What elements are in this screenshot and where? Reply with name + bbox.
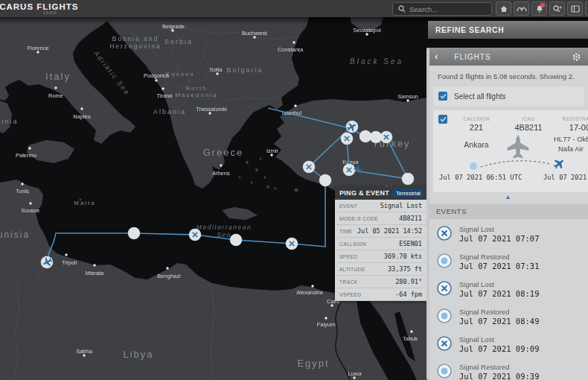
search-input[interactable] <box>408 4 485 14</box>
arrival-plane-icon <box>552 156 567 171</box>
tooltip-row: SPEED369.70 kts <box>335 250 426 263</box>
route-marker-x[interactable] <box>380 131 392 143</box>
map-city-label: Tripoli <box>62 259 77 266</box>
route-arc <box>463 156 575 173</box>
map-city-label: Tabuk <box>403 335 418 342</box>
tooltip-row-value: 369.70 kts <box>384 253 422 260</box>
search-plus-icon <box>552 4 562 13</box>
icao-label: ICAO <box>508 116 549 121</box>
map-city-label: Sabha <box>76 348 93 355</box>
tooltip-body: EVENTSignal LostMODE-S CODE4B8211TIMEJul… <box>335 200 426 301</box>
top-bar: ICARUS FLIGHTS CAADS <box>0 0 588 17</box>
layout-button[interactable] <box>567 1 583 16</box>
event-item[interactable]: Signal LostJul 07 2021 09:09 <box>428 329 588 357</box>
route-marker-x[interactable] <box>343 164 355 176</box>
search-box[interactable] <box>392 2 492 16</box>
event-title: Signal Lost <box>459 335 539 343</box>
map-country-label: Libya <box>123 349 153 360</box>
home-button[interactable] <box>496 1 511 16</box>
map-city-label: Podgorica <box>144 72 170 79</box>
route-marker-dot[interactable] <box>128 227 140 239</box>
advanced-search-button[interactable] <box>549 1 565 16</box>
wings-button[interactable] <box>514 1 529 16</box>
map-city-label: Benghazi <box>157 273 181 279</box>
tooltip-header: PING & EVENT Terrestrial <box>335 186 426 200</box>
event-item[interactable]: Signal RestoredJul 07 2021 09:39 <box>428 357 588 380</box>
event-time: Jul 07 2021 08:49 <box>459 317 539 326</box>
tooltip-row: TRACK280.91° <box>335 276 426 288</box>
tooltip-row: MODE-S CODE4B8211 <box>335 212 426 225</box>
event-item[interactable]: Signal LostJul 07 2021 07:07 <box>428 219 588 247</box>
tooltip-row-label: SPEED <box>339 254 358 259</box>
flight-card[interactable]: CALLSIGN 221 ICAO 4B8211 REGISTRATION 17… <box>433 110 588 192</box>
map-city-label: Faiyum <box>317 321 336 328</box>
notifications-button[interactable] <box>531 1 547 16</box>
map-country-label: Sardinia <box>0 118 19 125</box>
sidebar-scrollbar[interactable] <box>426 48 429 380</box>
collapse-arrow[interactable]: ▲ <box>428 192 588 203</box>
tooltip-row: CALLSIGNESEN01 <box>335 238 426 250</box>
map-country-label: Bosnia andHerzegovina <box>109 35 162 50</box>
departure-time: Jul 07 2021 06:51 UTC <box>439 174 522 181</box>
map-city-dot <box>410 330 412 332</box>
callsign-label: CALLSIGN <box>456 116 497 121</box>
signal-restored-icon <box>436 253 453 269</box>
event-item[interactable]: Signal LostJul 07 2021 08:19 <box>428 274 588 302</box>
map-city-label: Constanța <box>278 46 304 53</box>
event-item[interactable]: Signal RestoredJul 07 2021 07:31 <box>428 247 588 274</box>
map-city-dot <box>21 183 23 185</box>
event-time: Jul 07 2021 08:19 <box>459 289 539 298</box>
map-city-dot <box>166 267 168 269</box>
event-title: Signal Restored <box>459 363 539 371</box>
destination-line2: Nafa Air <box>558 145 584 153</box>
map-city-dot <box>162 87 164 89</box>
route-marker-dot[interactable] <box>319 174 331 186</box>
panels-icon <box>571 4 580 13</box>
flight-checkbox[interactable] <box>438 115 447 124</box>
tooltip-row-value: Signal Lost <box>380 202 422 209</box>
registration-label: REGISTRATION <box>560 116 588 121</box>
sea-label: Black Sea <box>350 57 403 66</box>
map-country-label: Serbia <box>164 38 193 45</box>
select-all-checkbox[interactable] <box>438 92 447 101</box>
back-chevron-icon[interactable]: ‹ <box>435 51 438 62</box>
map-city-dot <box>155 79 157 81</box>
map-city-label: Sevastopol <box>353 27 380 34</box>
origin-city: Ankara <box>454 140 499 149</box>
route-marker-dot[interactable] <box>230 234 242 246</box>
tooltip-source-badge: Terrestrial <box>392 189 424 197</box>
more-button[interactable] <box>585 1 588 16</box>
tooltip-row-value: ESEN01 <box>399 240 422 247</box>
event-time: Jul 07 2021 09:39 <box>459 372 539 380</box>
route-marker-x[interactable] <box>286 238 298 250</box>
tooltip-row-label: ALTITUDE <box>339 267 365 272</box>
route-marker-x[interactable] <box>189 229 201 241</box>
ping-event-tooltip: PING & EVENT Terrestrial EVENTSignal Los… <box>335 186 426 301</box>
settings-button[interactable] <box>572 52 581 62</box>
event-time: Jul 07 2021 07:31 <box>459 262 539 270</box>
route-marker-dot[interactable] <box>402 173 414 185</box>
gear-icon <box>572 52 581 62</box>
route-marker-x[interactable] <box>341 133 353 145</box>
results-summary: Found 2 flights in 5.08 seconds. Showing… <box>428 66 588 80</box>
select-all-row[interactable]: Select all flights <box>433 86 584 106</box>
tooltip-row-value: Jul 05 2021 14:52 <box>357 227 422 235</box>
map-city-label: Misrata <box>86 270 104 276</box>
flights-panel-header[interactable]: ‹ FLIGHTS <box>428 48 588 66</box>
tooltip-row-label: TIME <box>339 229 352 234</box>
refine-search-header[interactable]: REFINE SEARCH <box>428 21 588 39</box>
map-city-label: Alexandria <box>296 289 323 296</box>
map-city-dot <box>294 104 296 107</box>
map-country-label: Greece <box>203 147 244 158</box>
tooltip-row-value: 33,375 ft <box>388 265 422 273</box>
event-item[interactable]: Signal RestoredJul 07 2021 08:49 <box>428 302 588 329</box>
route-marker-x[interactable] <box>303 161 315 173</box>
event-title: Signal Restored <box>459 253 539 261</box>
signal-restored-icon <box>436 308 453 324</box>
tooltip-row-label: CALLSIGN <box>339 241 366 247</box>
map-city-dot <box>325 317 327 319</box>
map-city-label: Rome <box>48 92 63 99</box>
signal-lost-icon <box>436 225 453 241</box>
map-city-label: Bucharest <box>242 30 268 37</box>
map-city-dot <box>65 253 67 256</box>
